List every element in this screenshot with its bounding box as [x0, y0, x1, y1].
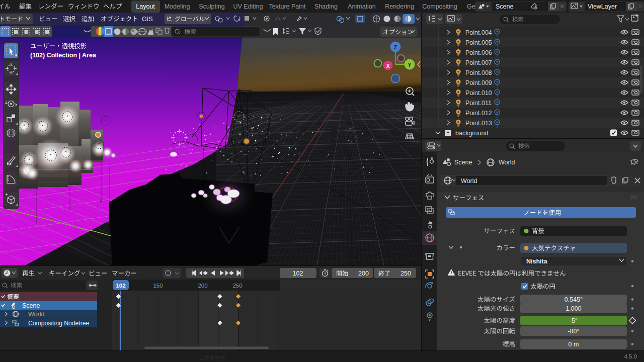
- svg-text:ViewLayer: ViewLayer: [588, 3, 617, 10]
- svg-text:UV Editing: UV Editing: [233, 3, 263, 10]
- svg-text:Compositing: Compositing: [422, 3, 457, 10]
- svg-text:Point.009: Point.009: [465, 79, 492, 86]
- svg-text:Point.008: Point.008: [465, 69, 492, 76]
- svg-text:World: World: [499, 159, 515, 166]
- svg-text:background: background: [455, 130, 488, 137]
- svg-text:X: X: [386, 63, 390, 69]
- svg-text:250: 250: [400, 270, 411, 277]
- svg-text:Rendering: Rendering: [385, 3, 414, 10]
- svg-text:Point.004: Point.004: [465, 29, 492, 36]
- svg-text:0 m: 0 m: [569, 341, 579, 348]
- svg-text:102: 102: [116, 283, 125, 289]
- svg-text:Texture Paint: Texture Paint: [269, 3, 306, 10]
- svg-text:Animation: Animation: [348, 3, 376, 10]
- svg-text:Nishita: Nishita: [526, 258, 548, 265]
- svg-text:Layout: Layout: [136, 3, 155, 10]
- svg-text:Point.012: Point.012: [465, 110, 492, 117]
- svg-text:Sculpting: Sculpting: [199, 3, 224, 10]
- svg-text:Ge: Ge: [467, 3, 475, 10]
- svg-text:Point.007: Point.007: [465, 59, 492, 66]
- svg-text:(102) Collection | Area: (102) Collection | Area: [30, 52, 97, 59]
- svg-text:1.000: 1.000: [566, 305, 581, 312]
- svg-text:Scene: Scene: [496, 3, 513, 10]
- svg-text:250: 250: [232, 283, 242, 289]
- svg-text:World: World: [461, 177, 477, 185]
- svg-text:150: 150: [153, 283, 163, 289]
- svg-text:-80°: -80°: [568, 328, 579, 335]
- svg-text:Z: Z: [394, 44, 397, 50]
- svg-text:Scene: Scene: [454, 159, 472, 166]
- svg-text:Shading: Shading: [314, 3, 338, 10]
- svg-text:Point.006: Point.006: [465, 49, 492, 56]
- svg-text:-5°: -5°: [570, 317, 578, 324]
- svg-text:Compositing Nodetree: Compositing Nodetree: [28, 320, 89, 327]
- svg-text:World: World: [28, 311, 44, 318]
- svg-text:Point.013: Point.013: [465, 120, 492, 127]
- svg-text:Point.011: Point.011: [465, 100, 492, 107]
- svg-text:Y: Y: [408, 62, 411, 68]
- svg-text:Point.005: Point.005: [465, 39, 492, 46]
- svg-text:200: 200: [198, 283, 207, 289]
- svg-text:4.5.0: 4.5.0: [624, 353, 637, 359]
- svg-text:Modeling: Modeling: [165, 3, 190, 10]
- svg-text:Point.010: Point.010: [465, 89, 492, 97]
- svg-text:GIS: GIS: [142, 16, 153, 23]
- svg-text:0.545°: 0.545°: [565, 296, 583, 303]
- svg-text:200: 200: [358, 270, 369, 277]
- svg-text:102: 102: [293, 270, 303, 277]
- svg-text:Scene: Scene: [22, 302, 40, 309]
